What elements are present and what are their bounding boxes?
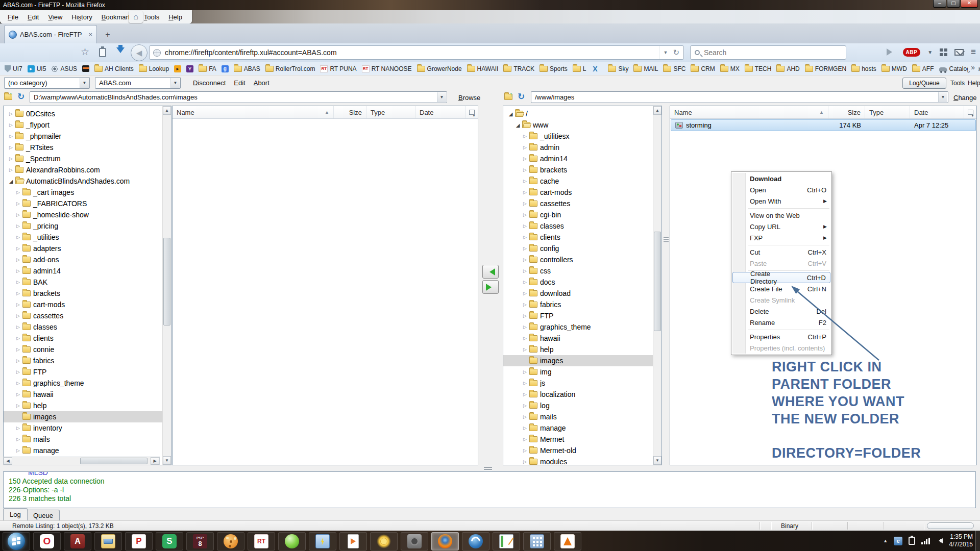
tree-item-utilities[interactable]: ▷_utilities	[4, 232, 171, 243]
tree-item-localization[interactable]: ▷localization	[503, 389, 662, 400]
twisty-collapsed-icon[interactable]: ▷	[15, 358, 21, 363]
fireftp-help-button[interactable]: Help	[968, 80, 980, 87]
bookmark-lookup[interactable]: Lookup	[136, 63, 172, 74]
bookmark-google[interactable]	[219, 63, 231, 74]
tree-item-mermet-old[interactable]: ▷Mermet-old	[503, 445, 662, 456]
network-signal-icon[interactable]	[921, 538, 930, 544]
bookmark-hawaii[interactable]: HAWAII	[464, 63, 501, 74]
scroll-left-icon[interactable]: ◀	[4, 457, 12, 465]
tree-item-phpmailer[interactable]: ▷_phpmailer	[4, 131, 171, 142]
scroll-up-icon[interactable]: ▲	[163, 106, 171, 115]
twisty-collapsed-icon[interactable]: ▷	[522, 246, 528, 251]
pane-splitter[interactable]	[664, 236, 669, 243]
start-taskbar-button[interactable]	[1, 531, 32, 551]
bookmark-tech[interactable]: TECH	[742, 63, 774, 74]
tree-item-add-ons[interactable]: ▷add-ons	[4, 254, 171, 265]
tree-item-admin14[interactable]: ▷admin14	[4, 265, 171, 277]
bookmark-rt-puna[interactable]: RT PUNA	[317, 63, 359, 74]
twisty-expanded-icon[interactable]: ◢	[507, 111, 514, 117]
twisty-collapsed-icon[interactable]: ▷	[15, 257, 21, 262]
scrollbar-thumb[interactable]	[163, 238, 170, 325]
twisty-collapsed-icon[interactable]: ▷	[15, 235, 21, 240]
twisty-collapsed-icon[interactable]: ▷	[522, 414, 528, 419]
bookmark-ui5[interactable]: UI5	[25, 63, 49, 74]
show-desktop-button[interactable]	[975, 531, 980, 551]
scroll-up-icon[interactable]: ▲	[653, 106, 662, 115]
tree-item-download[interactable]: ▷download	[503, 288, 662, 299]
tree-item-homeslide-show[interactable]: ▷_homeslide-show	[4, 209, 171, 220]
downloads-icon[interactable]	[116, 47, 125, 57]
twisty-collapsed-icon[interactable]: ▷	[522, 392, 528, 397]
context-item-create-directory[interactable]: Create DirectoryCtrl+D	[732, 272, 830, 283]
tree-item-docs[interactable]: ▷docs	[503, 277, 662, 288]
tree-item-img[interactable]: ▷img	[503, 366, 662, 378]
tree-item-bak[interactable]: ▷BAK	[4, 277, 171, 288]
camera-taskbar-button[interactable]	[399, 531, 430, 551]
tree-item-graphics-theme[interactable]: ▷graphics_theme	[4, 378, 171, 389]
local-refresh-icon[interactable]: ↻	[17, 92, 28, 102]
tree-item-cart-mods[interactable]: ▷cart-mods	[4, 299, 171, 310]
tree-item-hawaii[interactable]: ▷hawaii	[4, 389, 171, 400]
context-item-delete[interactable]: DeleteDel	[732, 306, 830, 317]
scrollbar-thumb[interactable]	[654, 232, 661, 331]
action-edit[interactable]: Edit	[234, 79, 245, 87]
tree-item-manage[interactable]: ▷manage	[4, 445, 171, 456]
account-select[interactable]: ABAS.com ▼	[95, 77, 181, 89]
tab-close-icon[interactable]: ×	[88, 31, 92, 38]
action-disconnect[interactable]: Disconnect	[193, 79, 226, 87]
twisty-collapsed-icon[interactable]: ▷	[15, 313, 21, 318]
twisty-collapsed-icon[interactable]: ▷	[15, 212, 21, 217]
import-taskbar-button[interactable]	[338, 531, 369, 551]
clipboard-icon[interactable]	[99, 48, 106, 57]
bookmark-mail[interactable]: MAIL	[631, 63, 660, 74]
bookmark-hosts[interactable]: hosts	[849, 63, 879, 74]
local-tree-scrollbar[interactable]: ▲ ▼	[162, 106, 171, 465]
bookmark-mx[interactable]: MX	[718, 63, 742, 74]
twisty-collapsed-icon[interactable]: ▷	[522, 459, 528, 464]
explorer-taskbar-button[interactable]	[93, 531, 124, 551]
back-button[interactable]: ◀	[131, 44, 148, 61]
column-type[interactable]: Type	[865, 106, 910, 118]
fireftp-tools-button[interactable]: Tools	[950, 80, 965, 87]
rollertrol-taskbar-button[interactable]	[246, 531, 277, 551]
local-path-select[interactable]: D:\wamp\www\AutomaticBlindsAndShades.com…	[30, 91, 447, 103]
tree-item-help[interactable]: ▷help	[4, 400, 171, 411]
tree-item-connie[interactable]: ▷connie	[4, 344, 171, 355]
column-name[interactable]: Name▲	[670, 106, 828, 118]
tree-item-ftp[interactable]: ▷FTP	[503, 310, 662, 321]
bookmark-x[interactable]	[589, 63, 601, 74]
twisty-collapsed-icon[interactable]: ▷	[522, 448, 528, 453]
twisty-collapsed-icon[interactable]: ▷	[15, 190, 21, 195]
tree-item-admin[interactable]: ▷admin	[503, 142, 662, 153]
context-item-view-on-the-web[interactable]: View on the Web	[732, 210, 830, 221]
twisty-collapsed-icon[interactable]: ▷	[15, 324, 21, 330]
twisty-collapsed-icon[interactable]: ▷	[8, 122, 14, 128]
remote-tree-scrollbar[interactable]: ▲ ▼	[653, 106, 662, 465]
bookmark-bing[interactable]	[172, 63, 184, 74]
twisty-collapsed-icon[interactable]: ▷	[522, 381, 528, 386]
tree-item-0dcsites[interactable]: ▷0DCsites	[4, 108, 171, 119]
twisty-collapsed-icon[interactable]: ▷	[8, 156, 14, 161]
tree-item-fabrics[interactable]: ▷fabrics	[503, 299, 662, 310]
tree-item-mermet[interactable]: ▷Mermet	[503, 434, 662, 445]
bookmark-mwd[interactable]: MWD	[879, 63, 910, 74]
twisty-collapsed-icon[interactable]: ▷	[522, 425, 528, 431]
tab-log[interactable]: Log	[3, 508, 28, 520]
reload-icon[interactable]: ↻	[672, 48, 683, 57]
bookmarks-overflow-icon[interactable]: »	[968, 63, 978, 71]
column-type[interactable]: Type	[366, 106, 415, 118]
sgreen-taskbar-button[interactable]	[154, 531, 185, 551]
column-size[interactable]: Size	[334, 106, 366, 118]
tree-item-cart-mods[interactable]: ▷cart-mods	[503, 187, 662, 198]
tree-item-classes[interactable]: ▷classes	[4, 321, 171, 333]
tree-item-www[interactable]: ◢www	[503, 119, 662, 131]
bookmark-rollertrol-com[interactable]: RollerTrol.com	[263, 63, 318, 74]
category-select[interactable]: (no category) ▼	[4, 77, 90, 89]
scroll-down-icon[interactable]: ▼	[653, 456, 662, 465]
url-input[interactable]	[161, 48, 659, 57]
column-name[interactable]: Name▲	[173, 106, 334, 118]
bookmark-ui7[interactable]: UI7	[2, 63, 25, 74]
acrobat-taskbar-button[interactable]	[62, 531, 93, 551]
tree-item-flyport[interactable]: ▷_flyport	[4, 119, 171, 131]
context-item-download[interactable]: Download	[732, 173, 830, 184]
